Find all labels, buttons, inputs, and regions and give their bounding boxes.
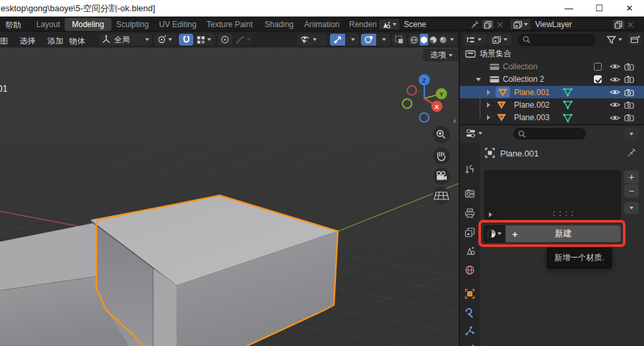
- tab-shading[interactable]: Shading: [257, 18, 301, 31]
- pan-button[interactable]: [433, 147, 450, 164]
- disclosure-expanded-icon[interactable]: [476, 78, 481, 81]
- snap-toggle[interactable]: [179, 34, 193, 46]
- outliner-row-plane-002[interactable]: Plane.002: [460, 98, 644, 111]
- tab-modifiers-icon[interactable]: [465, 307, 475, 318]
- tab-sculpting[interactable]: Sculpting: [109, 18, 156, 31]
- object-menu[interactable]: 物体: [67, 34, 88, 48]
- scene-browse-button[interactable]: [379, 19, 399, 30]
- gizmo-x-neg[interactable]: [407, 86, 416, 95]
- hide-eye-icon[interactable]: [610, 101, 620, 108]
- tab-layout[interactable]: Layout: [29, 18, 67, 31]
- tab-view-layer-icon[interactable]: [465, 227, 475, 238]
- show-overlays-toggle[interactable]: [361, 34, 376, 46]
- tab-animation[interactable]: Animation: [297, 18, 346, 31]
- panel-drag-handle[interactable]: ::::: [552, 209, 576, 218]
- shading-solid-button[interactable]: [420, 34, 429, 46]
- editor-divider-vertical[interactable]: [459, 32, 460, 346]
- disclosure-collapsed-icon[interactable]: [487, 115, 490, 120]
- copy-scene-icon[interactable]: [482, 20, 494, 29]
- camera-view-button[interactable]: [433, 168, 450, 185]
- tab-modeling[interactable]: Modeling: [65, 18, 112, 31]
- shading-dropdown[interactable]: [448, 34, 456, 46]
- outliner-row-plane-001[interactable]: Plane.001: [460, 86, 644, 98]
- hide-eye-icon[interactable]: [610, 63, 620, 70]
- pin-icon[interactable]: [627, 147, 637, 157]
- properties-options-dropdown[interactable]: [624, 128, 639, 140]
- tab-world-icon[interactable]: [465, 265, 475, 275]
- tab-output-icon[interactable]: [465, 208, 475, 219]
- outliner-row-collection-2[interactable]: Collection 2: [460, 73, 644, 86]
- gizmo-z-neg[interactable]: [420, 113, 429, 122]
- collection-exclude-checkbox[interactable]: [594, 63, 602, 71]
- panel-expand-arrow[interactable]: [489, 212, 492, 217]
- pivot-point-dropdown[interactable]: [154, 34, 177, 46]
- snap-to-dropdown[interactable]: [194, 34, 215, 46]
- tab-particles-icon[interactable]: [465, 326, 475, 336]
- delete-viewlayer-icon[interactable]: [626, 20, 635, 29]
- select-menu[interactable]: 选择: [17, 34, 38, 48]
- shading-rendered-button[interactable]: [439, 34, 448, 46]
- viewlayer-selector[interactable]: ViewLayer: [509, 18, 637, 30]
- editor-divider-horizontal[interactable]: [460, 124, 644, 125]
- outliner-row-scene-collection[interactable]: 场景集合: [460, 48, 644, 60]
- tab-tool-icon[interactable]: [465, 164, 475, 174]
- tab-render-icon[interactable]: [465, 188, 475, 199]
- hide-eye-icon[interactable]: [610, 114, 620, 121]
- remove-material-slot-button[interactable]: −: [624, 184, 639, 197]
- proportional-falloff-dropdown[interactable]: [233, 34, 254, 46]
- disable-render-camera-icon[interactable]: [624, 101, 634, 109]
- 3d-viewport-canvas[interactable]: Z Y X: [0, 48, 459, 346]
- outliner-filter-dropdown[interactable]: [604, 34, 626, 46]
- new-material-button[interactable]: + 新建: [505, 225, 621, 242]
- proportional-edit-toggle[interactable]: [218, 34, 232, 46]
- disable-render-camera-icon[interactable]: [624, 88, 634, 96]
- outliner-search-input[interactable]: [518, 34, 596, 46]
- outliner-row-collection[interactable]: Collection: [460, 60, 644, 73]
- viewlayer-browse-button[interactable]: [510, 19, 531, 30]
- outliner-editor-type-dropdown[interactable]: [463, 34, 487, 46]
- pin-icon[interactable]: [469, 20, 481, 29]
- xray-toggle[interactable]: [392, 34, 406, 46]
- hide-eye-icon[interactable]: [610, 76, 620, 83]
- shading-material-button[interactable]: [429, 34, 438, 46]
- ortho-view-button[interactable]: [433, 187, 450, 204]
- viewport-options-dropdown[interactable]: 选项: [423, 49, 460, 61]
- new-collection-button[interactable]: [628, 34, 642, 46]
- sidebar-collapse-arrow[interactable]: ‹: [453, 116, 456, 125]
- transform-orientation-dropdown[interactable]: 全局: [99, 34, 152, 46]
- properties-search-input[interactable]: [513, 128, 586, 139]
- add-material-slot-button[interactable]: +: [624, 170, 639, 184]
- collection-exclude-checkbox[interactable]: [594, 75, 602, 83]
- outliner-display-mode-dropdown[interactable]: [489, 34, 511, 46]
- zoom-button[interactable]: [433, 126, 450, 143]
- properties-editor-type-dropdown[interactable]: [463, 127, 488, 139]
- outliner-row-plane-003[interactable]: Plane.003: [460, 111, 644, 123]
- shading-wireframe-button[interactable]: [410, 34, 419, 46]
- help-menu[interactable]: 帮助: [1, 18, 25, 32]
- disclosure-collapsed-icon[interactable]: [487, 102, 490, 108]
- view-menu[interactable]: 图: [0, 34, 11, 48]
- copy-viewlayer-icon[interactable]: [613, 20, 624, 29]
- browse-material-dropdown[interactable]: [484, 225, 505, 242]
- tab-scene-icon[interactable]: [465, 246, 475, 256]
- object-visibility-dropdown[interactable]: [297, 34, 327, 46]
- gizmo-y-neg[interactable]: [402, 99, 412, 108]
- scene-selector[interactable]: Scene: [378, 18, 507, 30]
- tab-texture-paint[interactable]: Texture Paint: [199, 18, 260, 31]
- material-specials-dropdown[interactable]: [624, 202, 639, 214]
- disable-render-camera-icon[interactable]: [624, 75, 634, 83]
- disable-render-camera-icon[interactable]: [624, 114, 634, 121]
- disclosure-collapsed-icon[interactable]: [487, 90, 490, 95]
- delete-scene-icon[interactable]: [495, 20, 505, 29]
- maximize-button[interactable]: ☐: [585, 0, 614, 17]
- disable-render-camera-icon[interactable]: [624, 63, 634, 71]
- tab-physics-icon[interactable]: [465, 343, 475, 346]
- close-button[interactable]: ✕: [615, 0, 644, 17]
- overlays-dropdown[interactable]: [378, 34, 390, 46]
- add-menu[interactable]: 添加: [45, 34, 66, 48]
- tab-object-icon[interactable]: [465, 289, 475, 299]
- gizmo-dropdown[interactable]: [347, 34, 359, 46]
- tab-uv-editing[interactable]: UV Editing: [152, 18, 204, 31]
- hide-eye-icon[interactable]: [610, 88, 620, 96]
- minimize-button[interactable]: —: [554, 0, 583, 17]
